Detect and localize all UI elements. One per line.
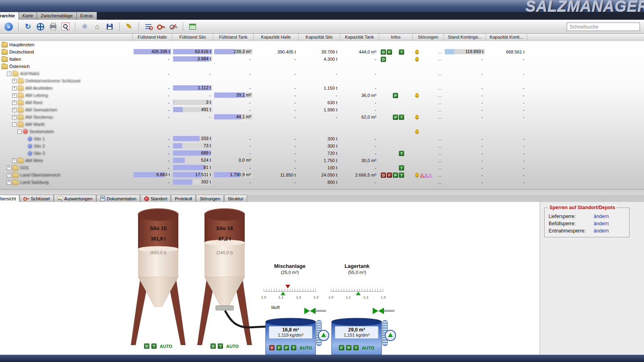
expand-expander-icon[interactable]: + xyxy=(12,108,17,112)
tab-struktur[interactable]: Struktur xyxy=(224,195,247,202)
refresh-icon[interactable]: ↻ xyxy=(23,21,33,32)
more-link[interactable]: ... xyxy=(438,180,444,185)
table-icon[interactable] xyxy=(187,21,198,32)
tab-karte[interactable]: Karte xyxy=(19,12,37,20)
bar-value: 29,1 m³ xyxy=(236,93,251,98)
tree-row-asfinag[interactable]: -ASFINAG------...-- xyxy=(0,70,644,77)
tab-extras[interactable]: Extras xyxy=(77,12,97,20)
print-icon[interactable] xyxy=(47,21,58,32)
column-header-kapazität-tank[interactable]: Kapazität Tank xyxy=(340,34,379,41)
more-link[interactable]: ... xyxy=(438,136,444,141)
tree-row-am-seewalchen[interactable]: +AM Seewalchen-491 t--1.990 t-...-- xyxy=(0,106,644,113)
column-header-füllstand-silo[interactable]: Füllstand Silo xyxy=(172,34,213,41)
silo-amount: 87,2 t xyxy=(219,236,231,242)
expand-expander-icon[interactable]: + xyxy=(12,101,17,105)
nav-back-icon[interactable]: » xyxy=(3,21,14,32)
tree-row-silo-3[interactable]: Silo 3-689 t--720 t-T...-- xyxy=(0,150,644,157)
print-preview-icon[interactable] xyxy=(60,21,71,32)
quick-search-input[interactable] xyxy=(567,23,640,31)
collapse-expander-icon[interactable]: - xyxy=(12,122,17,127)
more-link[interactable]: ... xyxy=(438,165,444,170)
tree-row-silo-1[interactable]: Silo 1-203 t--300 t-...-- xyxy=(0,135,644,142)
tree-row-am-lebring[interactable]: +AM Lebring--29,1 m³--36,0 m³P...-- xyxy=(0,92,644,99)
tree-row-defekte-verlorene-schlüssel[interactable]: +Defekte/verlorene Schlüssel xyxy=(0,77,644,84)
value-cell: - xyxy=(340,56,379,63)
more-link[interactable]: ... xyxy=(438,93,444,98)
tab-protokoll[interactable]: Protokoll xyxy=(171,195,196,202)
expand-expander-icon[interactable]: + xyxy=(7,166,11,170)
column-header-kapazität-silo[interactable]: Kapazität Silo xyxy=(299,34,340,41)
key-edit-icon[interactable] xyxy=(168,21,179,32)
tree-row-land-salzburg[interactable]: +Land Salzburg-392 t--800 t-...-- xyxy=(0,179,644,186)
tree-row-österreich[interactable]: Österreich xyxy=(0,63,644,70)
tab-schlüssel[interactable]: Schlüssel xyxy=(20,195,53,202)
tab-übersicht[interactable]: Übersicht xyxy=(0,195,19,202)
expand-expander-icon[interactable]: + xyxy=(12,93,17,98)
tab-zwischenablage[interactable]: Zwischenablage xyxy=(37,12,77,20)
more-link[interactable]: ... xyxy=(438,151,444,156)
tree-row-land-oberösterreich[interactable]: +Land Oberösterreich9.883 t17.511 t1.790… xyxy=(0,171,644,179)
more-link[interactable]: ... xyxy=(438,57,444,62)
tree-row-am-stockerau[interactable]: +AM Stockerau--44,1 m³--62,0 m³PT...-- xyxy=(0,113,644,121)
column-header-füllstand-tank[interactable]: Füllstand Tank xyxy=(213,34,254,41)
column-header-kapazität-halle[interactable]: Kapazität Halle xyxy=(254,34,299,41)
snowflake-icon[interactable]: ✳ xyxy=(79,21,90,32)
tree-row-seebenstein[interactable]: -Seebenstein xyxy=(0,128,644,135)
tree-row-am-wels[interactable]: +AM Wels-524 t0,0 m³-1.750 t30,0 m³...-- xyxy=(0,157,644,164)
more-link[interactable]: ... xyxy=(438,144,444,148)
column-header-infos[interactable]: Infos xyxy=(379,34,413,41)
sperre-aendern-link[interactable]: ändern xyxy=(594,228,609,234)
tree-row-gol[interactable]: +GOL-81 t--100 t-T...-- xyxy=(0,164,644,171)
expand-expander-icon[interactable]: + xyxy=(7,180,11,185)
expand-expander-icon[interactable]: + xyxy=(12,115,17,119)
more-link[interactable]: ... xyxy=(438,100,444,105)
more-link[interactable]: ... xyxy=(438,107,444,112)
column-header-kapazität-konti[interactable]: Kapazität Konti... xyxy=(486,34,527,41)
more-link[interactable]: ... xyxy=(438,158,444,163)
globe-icon[interactable] xyxy=(35,21,46,32)
tree-row-am-warth[interactable]: -AM Warth xyxy=(0,121,644,128)
expand-expander-icon[interactable]: + xyxy=(12,79,17,83)
blue-node-icon xyxy=(28,137,32,141)
column-header-störungen[interactable]: Störungen xyxy=(413,34,444,41)
sperre-aendern-link[interactable]: ändern xyxy=(594,214,609,219)
tree-row-am-ried[interactable]: +AM Ried-3 t--630 t-...-- xyxy=(0,99,644,106)
tab-störungen[interactable]: Störungen xyxy=(196,195,224,202)
more-link[interactable]: ... xyxy=(438,115,444,119)
edit-pencil-icon[interactable]: ✎ xyxy=(124,21,134,32)
more-link[interactable]: ... xyxy=(438,49,444,54)
value-cell: - xyxy=(444,92,486,99)
expand-expander-icon[interactable]: + xyxy=(7,173,11,177)
tree-row-hauptknoten[interactable]: Hauptknoten xyxy=(0,41,644,48)
tree-row-am-ansfelden[interactable]: +AM Ansfelden-1.112 t--1.150 t-...-- xyxy=(0,84,644,92)
more-link[interactable]: ... xyxy=(438,173,444,177)
value-cell: - xyxy=(444,113,486,121)
collapse-expander-icon[interactable]: - xyxy=(7,72,11,76)
save-icon[interactable] xyxy=(104,21,115,32)
key-icon[interactable] xyxy=(155,21,166,32)
density-gauge: 1.01.11.21.3 xyxy=(331,285,383,300)
expand-expander-icon[interactable]: + xyxy=(12,158,17,163)
tree-row-silo-2[interactable]: Silo 2-73 t--300 t-...-- xyxy=(0,142,644,150)
value-cell: - xyxy=(254,157,299,164)
collapse-expander-icon[interactable]: - xyxy=(17,130,22,134)
column-header-füllstand-halle[interactable]: Füllstand Halle xyxy=(133,34,172,41)
tab-auswertungen[interactable]: Auswertungen xyxy=(54,195,96,202)
column-header-stand-kontinge[interactable]: Stand Kontinge... xyxy=(444,34,486,41)
value-cell: - xyxy=(172,70,213,77)
more-link[interactable]: ... xyxy=(438,86,444,90)
red-node-icon xyxy=(23,129,28,134)
hose-pipe xyxy=(221,310,269,331)
list-key-icon[interactable] xyxy=(143,21,154,32)
infos-cell xyxy=(379,121,413,128)
status-badge-row: DFPTAUTO xyxy=(265,345,316,350)
tab-hierarchie[interactable]: Hierarchie xyxy=(0,12,19,20)
tab-dokumentation[interactable]: Dokumentation xyxy=(97,195,140,202)
more-link[interactable]: ... xyxy=(438,71,444,76)
sperre-aendern-link[interactable]: ändern xyxy=(594,221,609,226)
tree-row-deutschland[interactable]: Deutschland426.335 t63.616 t239,3 m³390.… xyxy=(0,48,644,56)
home-icon[interactable]: ⌂ xyxy=(92,21,103,32)
tree-row-italien[interactable]: Italien-3.984 t--4.300 t-D...-- xyxy=(0,56,644,63)
expand-expander-icon[interactable]: + xyxy=(12,86,17,90)
tab-standort[interactable]: Standort xyxy=(140,195,171,202)
